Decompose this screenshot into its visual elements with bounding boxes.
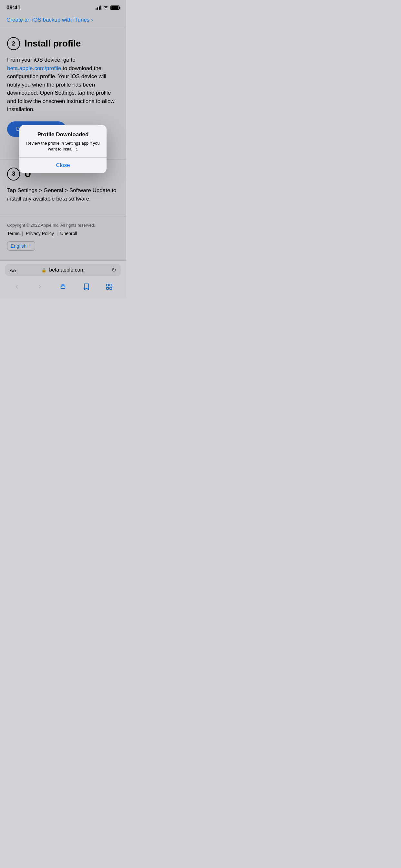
step-3-circle: 3: [7, 167, 20, 181]
language-text: English: [11, 243, 27, 249]
refresh-button[interactable]: ↻: [112, 267, 116, 274]
address-bar[interactable]: AA 🔒 beta.apple.com ↻: [5, 264, 121, 276]
modal-title: Profile Downloaded: [25, 131, 101, 138]
section-header: 2 Install profile: [7, 37, 119, 50]
modal-close-button[interactable]: Close: [19, 158, 106, 173]
profile-downloaded-modal: Profile Downloaded Review the profile in…: [19, 125, 106, 173]
status-icons: [96, 5, 120, 10]
lock-icon: 🔒: [41, 268, 47, 273]
footer-links: Terms | Privacy Policy | Unenroll: [7, 231, 119, 236]
status-time: 09:41: [6, 4, 20, 11]
aa-button[interactable]: AA: [10, 268, 16, 273]
bookmarks-button[interactable]: [81, 282, 91, 291]
step-2-circle: 2: [7, 37, 20, 50]
svg-rect-2: [106, 287, 109, 289]
footer-copyright: Copyright © 2022 Apple Inc. All rights r…: [7, 223, 119, 228]
install-profile-title: Install profile: [25, 38, 81, 49]
back-button[interactable]: [12, 282, 22, 291]
beta-apple-link[interactable]: beta.apple.com/profile: [7, 65, 61, 71]
body-text-2: to download the configuration profile. Y…: [7, 65, 115, 113]
body-text-1: From your iOS device, go to: [7, 57, 75, 63]
itunes-backup-link[interactable]: Create an iOS backup with iTunes ›: [6, 17, 93, 23]
share-button[interactable]: [58, 282, 68, 291]
unenroll-link[interactable]: Unenroll: [60, 231, 77, 236]
status-bar: 09:41: [0, 0, 126, 13]
tabs-button[interactable]: [104, 282, 114, 291]
language-selector[interactable]: English ⌃: [7, 241, 35, 251]
privacy-policy-link[interactable]: Privacy Policy: [26, 231, 54, 236]
svg-rect-3: [110, 287, 112, 289]
svg-rect-1: [110, 284, 112, 286]
signal-icon: [96, 6, 101, 10]
terms-link[interactable]: Terms: [7, 231, 19, 236]
update-body: Tap Settings > General > Software Update…: [7, 186, 119, 204]
modal-message: Review the profile in Settings app if yo…: [25, 141, 101, 152]
chevron-down-icon: ⌃: [28, 244, 32, 248]
forward-button[interactable]: [35, 282, 44, 291]
nav-bar: [5, 280, 121, 296]
battery-icon: [111, 5, 120, 10]
url-text: beta.apple.com: [49, 267, 84, 273]
top-banner: Create an iOS backup with iTunes ›: [0, 13, 126, 28]
footer: Copyright © 2022 Apple Inc. All rights r…: [0, 216, 126, 260]
modal-content: Profile Downloaded Review the profile in…: [19, 125, 106, 157]
wifi-icon: [103, 6, 109, 10]
safari-bar: AA 🔒 beta.apple.com ↻: [0, 260, 126, 298]
install-profile-body: From your iOS device, go to beta.apple.c…: [7, 56, 119, 114]
svg-rect-0: [106, 284, 109, 286]
